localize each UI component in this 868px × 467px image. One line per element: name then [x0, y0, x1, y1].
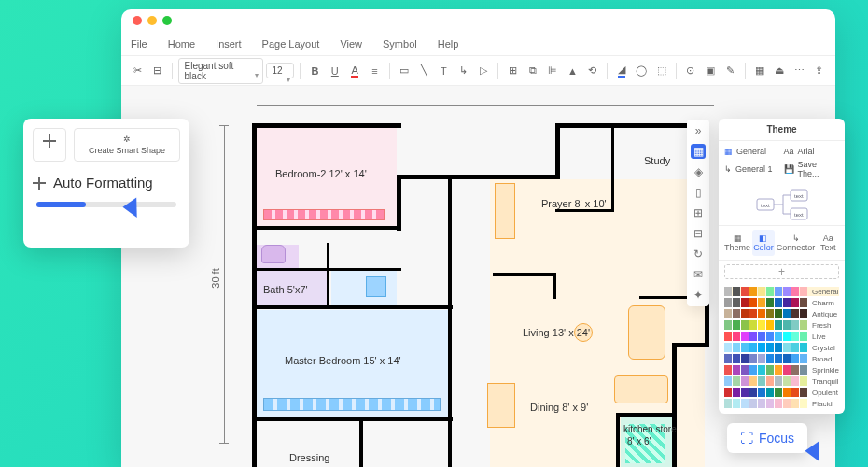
color-swatch[interactable] — [775, 332, 782, 341]
color-swatch[interactable] — [758, 332, 765, 341]
add-scheme-button[interactable]: + — [724, 264, 839, 279]
history-icon[interactable]: ↻ — [691, 247, 706, 262]
auto-formatting-row[interactable]: Auto Formatting — [33, 175, 180, 191]
theme-opt-general[interactable]: ▦General — [724, 147, 780, 156]
color-swatch[interactable] — [741, 376, 749, 386]
color-scheme-row[interactable]: General — [724, 287, 839, 296]
crop-icon[interactable]: ⬚ — [652, 61, 669, 81]
color-swatch[interactable] — [741, 309, 749, 318]
menu-symbol[interactable]: Symbol — [383, 38, 417, 50]
color-swatch[interactable] — [741, 298, 749, 307]
color-swatch[interactable] — [733, 354, 740, 363]
color-swatch[interactable] — [800, 365, 807, 375]
tab-color[interactable]: ◧Color — [752, 230, 775, 256]
color-swatch[interactable] — [749, 320, 757, 330]
color-swatch[interactable] — [791, 320, 799, 330]
color-swatch[interactable] — [791, 309, 799, 318]
color-swatch[interactable] — [749, 309, 757, 318]
color-swatch[interactable] — [775, 365, 782, 375]
color-swatch[interactable] — [783, 298, 791, 307]
color-swatch[interactable] — [791, 376, 799, 386]
underline-icon[interactable]: U — [327, 61, 343, 81]
color-swatch[interactable] — [733, 332, 740, 341]
line-icon[interactable]: ╲ — [415, 61, 432, 81]
color-swatch[interactable] — [749, 399, 757, 408]
tab-text[interactable]: AaText — [817, 230, 839, 256]
color-swatch[interactable] — [800, 388, 807, 397]
color-swatch[interactable] — [766, 320, 774, 330]
color-swatch[interactable] — [783, 309, 791, 318]
color-swatch[interactable] — [741, 388, 749, 397]
color-swatch[interactable] — [724, 287, 732, 296]
color-swatch[interactable] — [766, 287, 774, 296]
more-icon[interactable]: ⋯ — [791, 61, 807, 81]
color-swatch[interactable] — [791, 354, 799, 363]
pen-icon[interactable]: ✎ — [721, 61, 738, 81]
color-swatch[interactable] — [800, 298, 807, 307]
copy-icon[interactable]: ⊟ — [148, 61, 165, 81]
color-swatch[interactable] — [724, 376, 732, 386]
create-smart-shape-button[interactable]: ✲ Create Smart Shape — [74, 128, 180, 162]
layers-icon[interactable]: ◈ — [691, 164, 706, 179]
menu-view[interactable]: View — [340, 38, 362, 50]
menu-help[interactable]: Help — [438, 38, 459, 50]
color-swatch[interactable] — [741, 332, 749, 341]
color-swatch[interactable] — [724, 399, 732, 408]
color-swatch[interactable] — [733, 343, 740, 352]
color-swatch[interactable] — [783, 388, 791, 397]
color-swatch[interactable] — [758, 309, 765, 318]
grid-icon[interactable]: ▦ — [691, 144, 706, 159]
color-swatch[interactable] — [791, 287, 799, 296]
color-scheme-row[interactable]: Antique — [724, 309, 839, 318]
minimize-dot[interactable] — [147, 16, 157, 25]
color-swatch[interactable] — [724, 354, 732, 363]
color-swatch[interactable] — [741, 399, 749, 408]
color-swatch[interactable] — [791, 332, 799, 341]
color-swatch[interactable] — [749, 365, 757, 375]
color-scheme-row[interactable]: Crystal — [724, 343, 839, 352]
color-swatch[interactable] — [749, 354, 757, 363]
close-dot[interactable] — [133, 16, 142, 25]
color-swatch[interactable] — [775, 287, 782, 296]
expand-icon[interactable]: » — [691, 123, 706, 138]
color-swatch[interactable] — [775, 298, 782, 307]
cut-icon[interactable]: ✂ — [129, 61, 146, 81]
color-swatch[interactable] — [758, 354, 765, 363]
color-swatch[interactable] — [783, 287, 791, 296]
color-swatch[interactable] — [775, 399, 782, 408]
color-swatch[interactable] — [783, 332, 791, 341]
color-swatch[interactable] — [791, 388, 799, 397]
color-swatch[interactable] — [733, 399, 740, 408]
color-scheme-row[interactable]: Broad — [724, 354, 839, 363]
color-swatch[interactable] — [783, 320, 791, 330]
size-select[interactable]: 12 — [266, 63, 294, 78]
color-swatch[interactable] — [758, 376, 765, 386]
color-swatch[interactable] — [741, 354, 749, 363]
color-swatch[interactable] — [783, 399, 791, 408]
color-scheme-row[interactable]: Tranquil — [724, 376, 839, 386]
color-swatch[interactable] — [733, 388, 740, 397]
menu-page-layout[interactable]: Page Layout — [262, 38, 320, 50]
color-swatch[interactable] — [800, 399, 807, 408]
color-swatch[interactable] — [775, 354, 782, 363]
color-swatch[interactable] — [800, 354, 807, 363]
fill-icon[interactable]: ◢ — [613, 61, 630, 81]
table-icon[interactable]: ▦ — [751, 61, 768, 81]
color-swatch[interactable] — [749, 332, 757, 341]
color-swatch[interactable] — [741, 365, 749, 375]
ai-sparkle-button[interactable] — [33, 128, 66, 162]
color-swatch[interactable] — [775, 376, 782, 386]
color-scheme-row[interactable]: Sprinkle — [724, 365, 839, 375]
lock-icon[interactable]: ⏏ — [771, 61, 788, 81]
color-swatch[interactable] — [775, 388, 782, 397]
connector-icon[interactable]: ↳ — [455, 61, 472, 81]
color-swatch[interactable] — [724, 298, 732, 307]
color-swatch[interactable] — [758, 399, 765, 408]
maximize-dot[interactable] — [162, 16, 172, 25]
color-swatch[interactable] — [766, 399, 774, 408]
bold-icon[interactable]: B — [306, 61, 323, 81]
color-swatch[interactable] — [766, 388, 774, 397]
color-swatch[interactable] — [766, 332, 774, 341]
color-swatch[interactable] — [733, 376, 740, 386]
color-swatch[interactable] — [783, 376, 791, 386]
